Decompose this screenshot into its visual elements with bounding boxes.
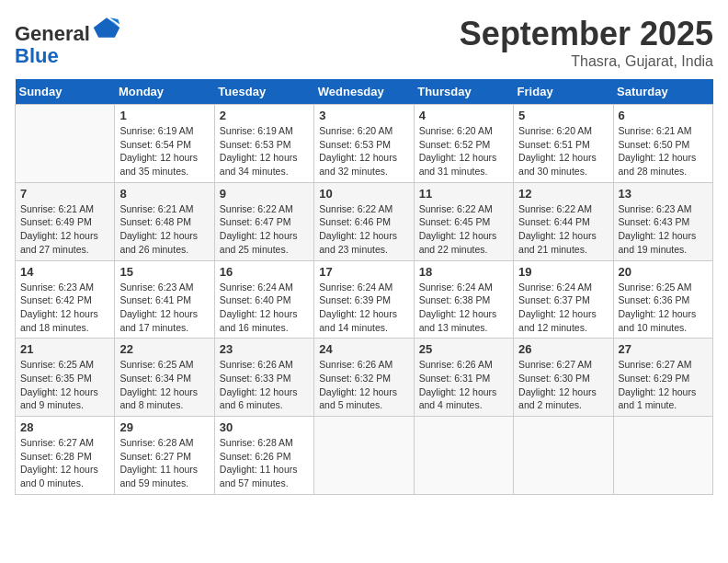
calendar-cell: 26Sunrise: 6:27 AM Sunset: 6:30 PM Dayli… [514,339,613,417]
day-number: 28 [20,420,109,434]
day-info: Sunrise: 6:27 AM Sunset: 6:28 PM Dayligh… [20,436,109,490]
day-info: Sunrise: 6:25 AM Sunset: 6:35 PM Dayligh… [20,358,109,412]
header-friday: Friday [514,79,613,105]
day-number: 10 [319,187,408,201]
calendar-cell: 29Sunrise: 6:28 AM Sunset: 6:27 PM Dayli… [115,417,214,495]
day-info: Sunrise: 6:22 AM Sunset: 6:44 PM Dayligh… [518,202,608,257]
day-number: 4 [419,109,508,122]
day-number: 16 [220,265,309,279]
calendar-cell: 6Sunrise: 6:21 AM Sunset: 6:50 PM Daylig… [613,105,712,183]
day-info: Sunrise: 6:21 AM Sunset: 6:48 PM Dayligh… [119,202,209,257]
calendar-cell [514,417,613,495]
day-info: Sunrise: 6:27 AM Sunset: 6:30 PM Dayligh… [518,358,608,412]
day-number: 21 [20,342,109,356]
calendar-cell: 28Sunrise: 6:27 AM Sunset: 6:28 PM Dayli… [16,417,115,495]
calendar-cell: 11Sunrise: 6:22 AM Sunset: 6:45 PM Dayli… [414,182,513,260]
calendar-week-2: 7Sunrise: 6:21 AM Sunset: 6:49 PM Daylig… [16,182,713,260]
day-info: Sunrise: 6:20 AM Sunset: 6:53 PM Dayligh… [319,124,408,178]
day-info: Sunrise: 6:28 AM Sunset: 6:26 PM Dayligh… [220,436,309,490]
calendar-cell: 4Sunrise: 6:20 AM Sunset: 6:52 PM Daylig… [414,105,513,183]
calendar-week-5: 28Sunrise: 6:27 AM Sunset: 6:28 PM Dayli… [16,417,713,495]
calendar-cell: 7Sunrise: 6:21 AM Sunset: 6:49 PM Daylig… [16,182,115,260]
day-info: Sunrise: 6:23 AM Sunset: 6:43 PM Dayligh… [619,202,708,257]
calendar-cell: 18Sunrise: 6:24 AM Sunset: 6:38 PM Dayli… [414,260,513,339]
calendar-cell: 22Sunrise: 6:25 AM Sunset: 6:34 PM Dayli… [115,339,214,417]
day-number: 29 [119,420,209,434]
day-info: Sunrise: 6:21 AM Sunset: 6:50 PM Dayligh… [619,124,708,178]
calendar-cell: 23Sunrise: 6:26 AM Sunset: 6:33 PM Dayli… [214,339,313,417]
day-info: Sunrise: 6:19 AM Sunset: 6:53 PM Dayligh… [220,124,309,178]
calendar-cell: 2Sunrise: 6:19 AM Sunset: 6:53 PM Daylig… [214,105,313,183]
calendar-cell: 21Sunrise: 6:25 AM Sunset: 6:35 PM Dayli… [16,339,115,417]
calendar-cell: 5Sunrise: 6:20 AM Sunset: 6:51 PM Daylig… [514,105,613,183]
calendar-cell: 20Sunrise: 6:25 AM Sunset: 6:36 PM Dayli… [613,260,712,339]
day-number: 9 [220,187,309,201]
month-subtitle: Thasra, Gujarat, India [460,53,713,70]
header-monday: Monday [115,79,214,105]
month-info: September 2025 Thasra, Gujarat, India [460,15,713,70]
day-info: Sunrise: 6:23 AM Sunset: 6:41 PM Dayligh… [119,281,209,335]
calendar-cell: 15Sunrise: 6:23 AM Sunset: 6:41 PM Dayli… [115,260,214,339]
day-info: Sunrise: 6:26 AM Sunset: 6:32 PM Dayligh… [319,358,408,412]
day-info: Sunrise: 6:28 AM Sunset: 6:27 PM Dayligh… [119,436,209,490]
day-number: 7 [20,187,109,201]
day-number: 5 [518,109,608,122]
day-number: 13 [619,187,708,201]
calendar-cell [613,417,712,495]
calendar-cell: 27Sunrise: 6:27 AM Sunset: 6:29 PM Dayli… [613,339,712,417]
day-number: 8 [119,187,209,201]
day-number: 24 [319,342,408,356]
logo: General Blue [15,15,121,67]
header-tuesday: Tuesday [214,79,313,105]
day-number: 2 [220,109,309,122]
calendar-cell [414,417,513,495]
logo-blue-text: Blue [15,44,59,67]
day-number: 27 [619,342,708,356]
day-number: 19 [518,265,608,279]
day-info: Sunrise: 6:24 AM Sunset: 6:40 PM Dayligh… [220,281,309,335]
calendar-cell: 3Sunrise: 6:20 AM Sunset: 6:53 PM Daylig… [314,105,414,183]
day-info: Sunrise: 6:22 AM Sunset: 6:46 PM Dayligh… [319,202,408,257]
calendar-cell: 25Sunrise: 6:26 AM Sunset: 6:31 PM Dayli… [414,339,513,417]
day-info: Sunrise: 6:26 AM Sunset: 6:33 PM Dayligh… [220,358,309,412]
day-info: Sunrise: 6:22 AM Sunset: 6:45 PM Dayligh… [419,202,508,257]
calendar-cell: 13Sunrise: 6:23 AM Sunset: 6:43 PM Dayli… [613,182,712,260]
calendar-cell: 24Sunrise: 6:26 AM Sunset: 6:32 PM Dayli… [314,339,414,417]
day-number: 18 [419,265,508,279]
day-info: Sunrise: 6:20 AM Sunset: 6:52 PM Dayligh… [419,124,508,178]
header-sunday: Sunday [16,79,115,105]
day-number: 25 [419,342,508,356]
day-number: 15 [119,265,209,279]
day-number: 22 [119,342,209,356]
calendar-cell: 14Sunrise: 6:23 AM Sunset: 6:42 PM Dayli… [16,260,115,339]
day-number: 30 [220,420,309,434]
calendar-cell: 30Sunrise: 6:28 AM Sunset: 6:26 PM Dayli… [214,417,313,495]
day-info: Sunrise: 6:22 AM Sunset: 6:47 PM Dayligh… [220,202,309,257]
calendar-week-4: 21Sunrise: 6:25 AM Sunset: 6:35 PM Dayli… [16,339,713,417]
day-info: Sunrise: 6:27 AM Sunset: 6:29 PM Dayligh… [619,358,708,412]
calendar-cell: 8Sunrise: 6:21 AM Sunset: 6:48 PM Daylig… [115,182,214,260]
header-wednesday: Wednesday [314,79,414,105]
day-info: Sunrise: 6:19 AM Sunset: 6:54 PM Dayligh… [119,124,209,178]
day-number: 20 [619,265,708,279]
day-info: Sunrise: 6:24 AM Sunset: 6:37 PM Dayligh… [518,281,608,335]
day-info: Sunrise: 6:25 AM Sunset: 6:34 PM Dayligh… [119,358,209,412]
header-thursday: Thursday [414,79,513,105]
header-saturday: Saturday [613,79,712,105]
day-number: 3 [319,109,408,122]
calendar-cell: 10Sunrise: 6:22 AM Sunset: 6:46 PM Dayli… [314,182,414,260]
calendar-week-3: 14Sunrise: 6:23 AM Sunset: 6:42 PM Dayli… [16,260,713,339]
day-info: Sunrise: 6:26 AM Sunset: 6:31 PM Dayligh… [419,358,508,412]
calendar-cell: 9Sunrise: 6:22 AM Sunset: 6:47 PM Daylig… [214,182,313,260]
day-number: 14 [20,265,109,279]
calendar-cell [314,417,414,495]
day-info: Sunrise: 6:25 AM Sunset: 6:36 PM Dayligh… [619,281,708,335]
calendar-week-1: 1Sunrise: 6:19 AM Sunset: 6:54 PM Daylig… [16,105,713,183]
day-info: Sunrise: 6:23 AM Sunset: 6:42 PM Dayligh… [20,281,109,335]
calendar-table: SundayMondayTuesdayWednesdayThursdayFrid… [15,79,713,495]
day-number: 11 [419,187,508,201]
calendar-header-row: SundayMondayTuesdayWednesdayThursdayFrid… [16,79,713,105]
calendar-cell: 19Sunrise: 6:24 AM Sunset: 6:37 PM Dayli… [514,260,613,339]
logo-icon [92,15,121,40]
page-header: General Blue September 2025 Thasra, Guja… [15,15,713,70]
